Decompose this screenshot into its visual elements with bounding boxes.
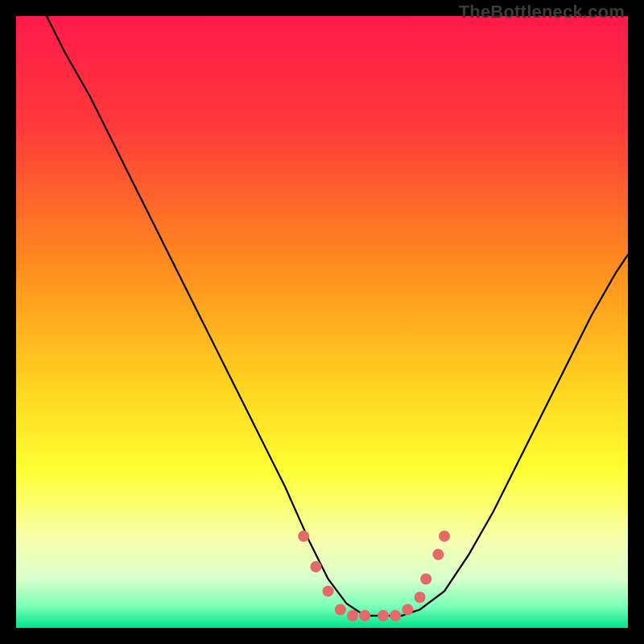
bottleneck-chart xyxy=(16,16,628,628)
highlight-point xyxy=(439,530,450,542)
highlight-point xyxy=(415,592,426,603)
highlight-point xyxy=(347,610,358,621)
highlight-point xyxy=(310,561,321,572)
highlight-point xyxy=(432,549,444,560)
highlight-point xyxy=(420,573,431,584)
highlight-point xyxy=(402,604,413,615)
highlight-point xyxy=(390,610,401,621)
highlight-point xyxy=(378,610,389,621)
gradient-background xyxy=(16,16,628,628)
highlight-point xyxy=(335,604,346,615)
highlight-point xyxy=(298,530,309,542)
highlight-point xyxy=(323,585,334,597)
highlight-point xyxy=(359,610,370,621)
chart-frame xyxy=(16,16,628,628)
